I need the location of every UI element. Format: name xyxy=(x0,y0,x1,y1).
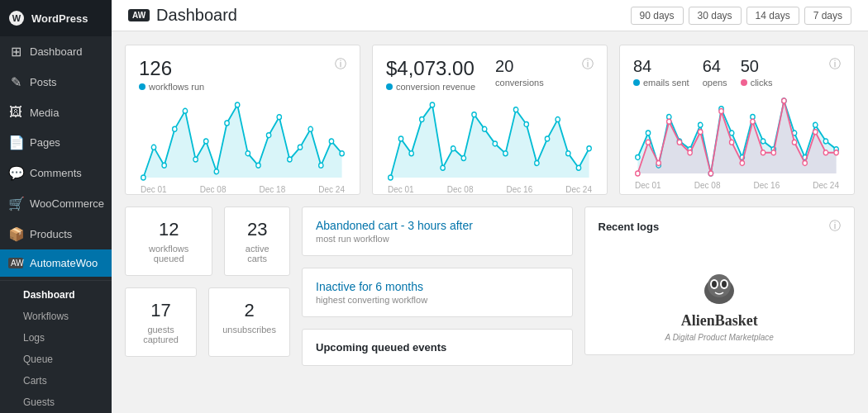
svg-point-31 xyxy=(482,126,486,131)
svg-point-26 xyxy=(430,102,434,107)
info-icon-conversion[interactable]: ⓘ xyxy=(582,57,594,72)
conversion-chart-svg xyxy=(386,100,594,183)
chart3-xlabels: Dec 01 Dec 08 Dec 16 Dec 24 xyxy=(633,181,841,190)
sidebar-sub-workflows[interactable]: Workflows xyxy=(0,306,112,327)
most-run-workflow-subtitle: most run workflow xyxy=(316,234,559,244)
most-run-workflow-title[interactable]: Abandoned cart - 3 hours after xyxy=(316,219,559,232)
svg-point-7 xyxy=(193,157,198,162)
svg-point-32 xyxy=(493,141,497,146)
top-cards-row: 126 workflows run ⓘ Dec 01 Dec 08 Dec 18 xyxy=(125,45,855,195)
svg-point-43 xyxy=(646,131,650,135)
chart2-xlabels: Dec 01 Dec 08 Dec 16 Dec 24 xyxy=(386,185,594,194)
svg-point-70 xyxy=(719,109,723,114)
unsubscribes-value: 2 xyxy=(222,300,276,321)
svg-point-29 xyxy=(461,156,465,161)
svg-point-23 xyxy=(398,136,403,141)
90-days-button[interactable]: 90 days xyxy=(631,7,684,25)
svg-point-78 xyxy=(803,160,807,165)
sidebar-label-products: Products xyxy=(30,228,72,240)
opens-label: opens xyxy=(703,78,727,88)
most-run-workflow-card: Abandoned cart - 3 hours after most run … xyxy=(302,206,573,256)
svg-point-9 xyxy=(214,169,218,174)
svg-point-16 xyxy=(288,157,292,162)
sidebar-sub-dashboard[interactable]: Dashboard xyxy=(0,284,112,306)
info-icon-logs[interactable]: ⓘ xyxy=(829,219,841,234)
svg-point-66 xyxy=(677,140,681,145)
sidebar-label-automatewoo: AutomateWoo xyxy=(30,257,98,269)
sidebar-item-media[interactable]: 🖼 Media xyxy=(0,97,112,127)
svg-point-73 xyxy=(751,119,755,124)
sidebar-item-pages[interactable]: 📄 Pages xyxy=(0,127,112,158)
svg-point-28 xyxy=(451,146,455,151)
svg-point-19 xyxy=(319,163,323,168)
workflows-chart: Dec 01 Dec 08 Dec 18 Dec 24 xyxy=(139,100,346,183)
svg-point-36 xyxy=(535,160,539,165)
svg-point-5 xyxy=(173,126,177,131)
svg-point-17 xyxy=(298,145,302,150)
svg-point-67 xyxy=(688,150,692,155)
sidebar-item-woocommerce[interactable]: 🛒 WooCommerce xyxy=(0,188,112,219)
7-days-button[interactable]: 7 days xyxy=(804,7,851,25)
svg-point-34 xyxy=(513,107,517,112)
svg-point-59 xyxy=(813,122,818,127)
svg-point-37 xyxy=(545,136,549,141)
aw-badge: AW xyxy=(128,9,150,21)
workflows-run-card: 126 workflows run ⓘ Dec 01 Dec 08 Dec 18 xyxy=(125,45,360,195)
workflows-queued-card: 12 workflows queued xyxy=(125,206,212,276)
svg-point-6 xyxy=(183,108,187,113)
upcoming-title: Upcoming queued events xyxy=(316,341,559,354)
alien-basket-placeholder: AlienBasket A Digital Product Marketplac… xyxy=(585,259,855,350)
sidebar-label-woocommerce: WooCommerce xyxy=(30,197,104,210)
svg-point-27 xyxy=(441,165,445,170)
30-days-button[interactable]: 30 days xyxy=(689,7,742,25)
stats-column: 12 workflows queued 23 active carts 17 g… xyxy=(125,206,290,366)
sidebar-sub-queue[interactable]: Queue xyxy=(0,349,112,370)
info-icon-workflows[interactable]: ⓘ xyxy=(335,57,346,72)
sidebar-item-posts[interactable]: ✎ Posts xyxy=(0,67,112,97)
sidebar: W WordPress ⊞ Dashboard ✎ Posts 🖼 Media … xyxy=(0,0,112,413)
sidebar-item-comments[interactable]: 💬 Comments xyxy=(0,158,112,188)
svg-point-62 xyxy=(636,171,640,176)
svg-point-18 xyxy=(308,126,312,131)
svg-point-68 xyxy=(699,130,703,135)
highest-converting-title[interactable]: Inactive for 6 months xyxy=(316,280,559,293)
active-carts-value: 23 xyxy=(238,219,276,240)
sidebar-item-dashboard[interactable]: ⊞ Dashboard xyxy=(0,36,112,67)
svg-point-72 xyxy=(740,160,744,165)
active-carts-label: active carts xyxy=(238,244,276,263)
sidebar-sub-guests[interactable]: Guests xyxy=(0,392,112,413)
automatewoo-icon: AW xyxy=(8,258,23,268)
card-header-workflows: 126 workflows run ⓘ xyxy=(139,57,346,92)
svg-point-79 xyxy=(813,130,818,135)
workflows-run-label: workflows run xyxy=(139,82,204,92)
comments-icon: 💬 xyxy=(8,165,23,181)
svg-point-25 xyxy=(420,117,424,122)
clicks-label: clicks xyxy=(741,78,773,88)
sidebar-label-media: Media xyxy=(30,107,59,119)
svg-point-54 xyxy=(761,139,765,144)
sidebar-label-posts: Posts xyxy=(30,76,57,88)
sidebar-sub-logs[interactable]: Logs xyxy=(0,327,112,349)
svg-point-75 xyxy=(771,150,775,155)
sidebar-item-products[interactable]: 📦 Products xyxy=(0,219,112,249)
svg-point-8 xyxy=(204,139,208,144)
middle-column: Abandoned cart - 3 hours after most run … xyxy=(302,206,573,366)
svg-point-87 xyxy=(722,281,727,287)
bottom-row: 12 workflows queued 23 active carts 17 g… xyxy=(125,206,855,366)
unsubscribes-label: unsubscribes xyxy=(222,325,276,335)
svg-point-30 xyxy=(472,112,476,117)
dashboard-icon: ⊞ xyxy=(8,44,23,59)
posts-icon: ✎ xyxy=(8,74,23,90)
alien-sub: A Digital Product Marketplace xyxy=(665,333,774,342)
conversion-dot xyxy=(386,83,393,90)
info-icon-emails[interactable]: ⓘ xyxy=(829,57,841,72)
14-days-button[interactable]: 14 days xyxy=(746,7,799,25)
woocommerce-icon: 🛒 xyxy=(8,196,23,211)
svg-point-35 xyxy=(524,121,528,126)
sidebar-sub-carts[interactable]: Carts xyxy=(0,370,112,392)
emails-chart: Dec 01 Dec 08 Dec 16 Dec 24 xyxy=(633,96,841,178)
alien-name: AlienBasket xyxy=(681,312,758,330)
sidebar-item-automatewoo[interactable]: AW AutomateWoo xyxy=(0,249,112,277)
highest-converting-subtitle: highest converting workflow xyxy=(316,295,559,305)
right-column: Recent logs ⓘ xyxy=(584,206,856,366)
